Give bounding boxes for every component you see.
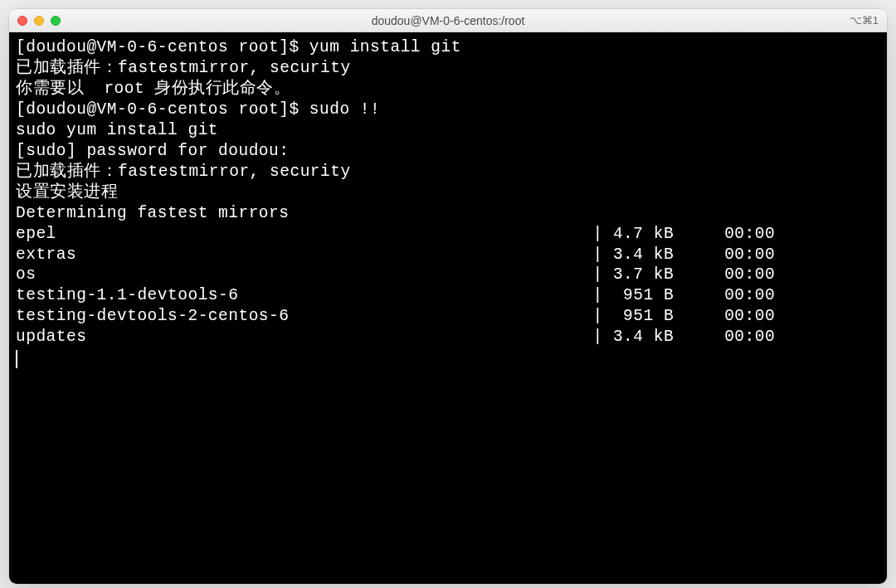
terminal-window: doudou@VM-0-6-centos:/root ⌥⌘1 [doudou@V…: [8, 8, 888, 585]
terminal-line: testing-devtools-2-centos-6 | 951 B 00:0…: [16, 306, 880, 327]
terminal-line: 已加载插件：fastestmirror, security: [16, 162, 880, 182]
keyboard-shortcut: ⌥⌘1: [850, 14, 879, 27]
terminal-line: 已加载插件：fastestmirror, security: [16, 58, 880, 79]
terminal-line: Determining fastest mirrors: [16, 203, 880, 224]
terminal-line: extras | 3.4 kB 00:00: [16, 245, 880, 265]
traffic-lights: [17, 16, 61, 26]
terminal-content[interactable]: [doudou@VM-0-6-centos root]$ yum install…: [9, 32, 887, 584]
terminal-line: [doudou@VM-0-6-centos root]$ yum install…: [16, 37, 880, 58]
cursor-line: [16, 347, 880, 368]
close-button[interactable]: [17, 16, 27, 26]
window-title: doudou@VM-0-6-centos:/root: [372, 14, 525, 27]
terminal-line: os | 3.7 kB 00:00: [16, 265, 880, 285]
minimize-button[interactable]: [34, 16, 44, 26]
terminal-line: sudo yum install git: [16, 120, 880, 141]
terminal-line: updates | 3.4 kB 00:00: [16, 327, 880, 347]
terminal-line: [sudo] password for doudou:: [16, 141, 880, 162]
titlebar: doudou@VM-0-6-centos:/root ⌥⌘1: [9, 9, 887, 32]
cursor-icon: [16, 350, 17, 368]
terminal-line: 设置安装进程: [16, 182, 880, 203]
terminal-line: [doudou@VM-0-6-centos root]$ sudo !!: [16, 100, 880, 120]
terminal-line: testing-1.1-devtools-6 | 951 B 00:00: [16, 285, 880, 306]
terminal-line: 你需要以 root 身份执行此命令。: [16, 79, 880, 100]
maximize-button[interactable]: [51, 16, 61, 26]
terminal-line: epel | 4.7 kB 00:00: [16, 224, 880, 245]
